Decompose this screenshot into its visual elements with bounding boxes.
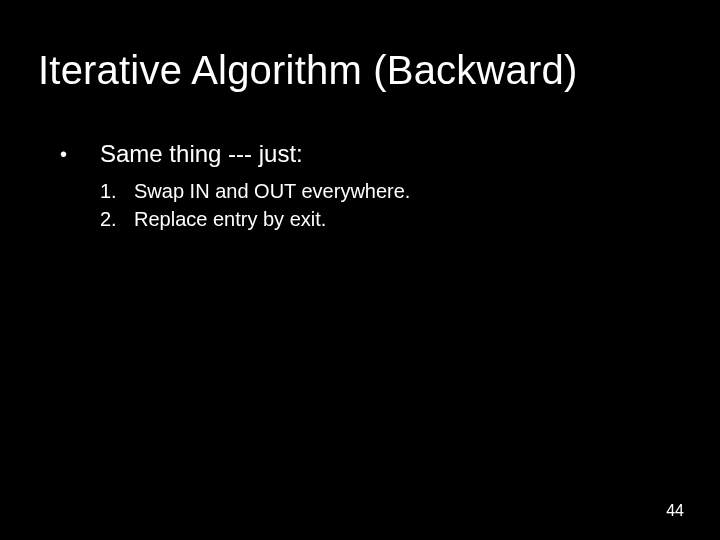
list-text: Replace entry by exit. bbox=[134, 206, 326, 232]
list-item: 2. Replace entry by exit. bbox=[100, 206, 660, 232]
numbered-list: 1. Swap IN and OUT everywhere. 2. Replac… bbox=[100, 178, 660, 232]
list-text: Swap IN and OUT everywhere. bbox=[134, 178, 410, 204]
page-number: 44 bbox=[666, 502, 684, 520]
bullet-marker: • bbox=[60, 140, 100, 168]
list-item: 1. Swap IN and OUT everywhere. bbox=[100, 178, 660, 204]
slide: Iterative Algorithm (Backward) • Same th… bbox=[0, 0, 720, 540]
slide-body: • Same thing --- just: 1. Swap IN and OU… bbox=[60, 140, 660, 234]
bullet-item: • Same thing --- just: bbox=[60, 140, 660, 168]
bullet-text: Same thing --- just: bbox=[100, 140, 303, 168]
slide-title: Iterative Algorithm (Backward) bbox=[38, 48, 578, 93]
list-number: 1. bbox=[100, 178, 134, 204]
list-number: 2. bbox=[100, 206, 134, 232]
